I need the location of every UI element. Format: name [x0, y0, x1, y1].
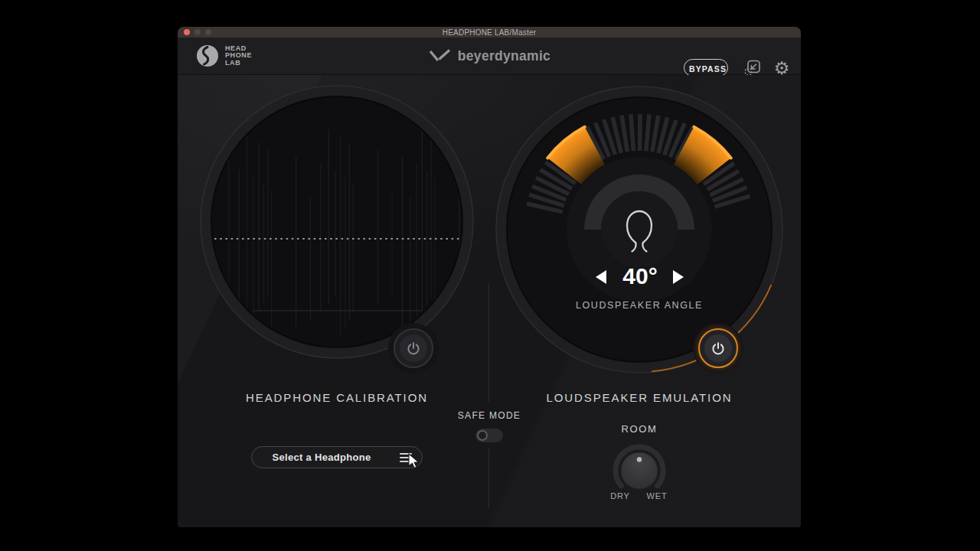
calibration-section-title: HEADPHONE CALIBRATION — [214, 391, 459, 404]
titlebar: HEADPHONE LAB/Master — [178, 27, 801, 37]
power-icon — [400, 334, 427, 362]
screen-background: HEADPHONE LAB/Master HEAD PHONE LAB — [0, 0, 980, 551]
headphone-selector[interactable]: Select a Headphone — [251, 446, 423, 468]
power-icon — [704, 334, 732, 362]
safe-mode-toggle[interactable] — [475, 429, 503, 442]
header-bar: HEAD PHONE LAB beyerdynamic BYPASS — [178, 37, 801, 75]
right-arrow-icon — [673, 270, 684, 284]
bypass-button[interactable]: BYPASS — [684, 59, 728, 77]
calibration-power-button[interactable] — [394, 328, 433, 368]
main-panel: 40° LOUDSPEAKER ANGLE — [178, 75, 801, 527]
room-wet-label: WET — [640, 491, 674, 500]
headphone-selector-label: Select a Headphone — [252, 447, 391, 469]
room-dry-label: DRY — [603, 491, 637, 500]
brand-name: beyerdynamic — [458, 48, 550, 64]
emulation-power-button[interactable] — [698, 328, 738, 368]
plugin-window: HEADPHONE LAB/Master HEAD PHONE LAB — [178, 27, 801, 527]
toggle-knob — [477, 430, 488, 441]
beyerdynamic-y-icon — [428, 48, 451, 64]
emulation-section-title: LOUDSPEAKER EMULATION — [517, 391, 762, 404]
safe-mode-label: SAFE MODE — [443, 410, 535, 421]
window-title: HEADPHONE LAB/Master — [178, 27, 801, 37]
calibration-display-dial — [199, 84, 475, 360]
loudspeaker-angle-dial[interactable] — [494, 84, 785, 375]
section-divider — [488, 448, 489, 508]
angle-label: LOUDSPEAKER ANGLE — [563, 300, 716, 311]
angle-increase-button[interactable] — [668, 267, 688, 287]
section-divider — [488, 283, 489, 402]
list-menu-icon — [400, 453, 412, 463]
knob-indicator-dot — [637, 457, 642, 461]
room-label: ROOM — [593, 423, 685, 435]
